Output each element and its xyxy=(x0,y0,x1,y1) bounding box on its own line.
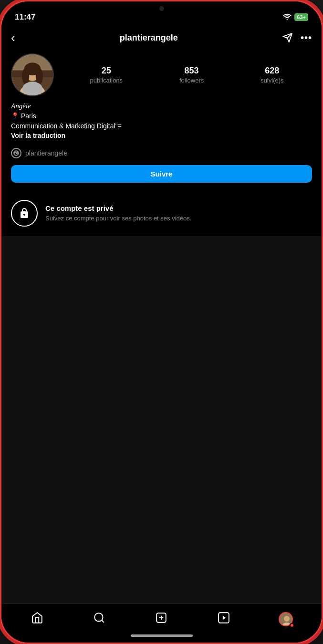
svg-line-12 xyxy=(102,620,104,623)
search-icon xyxy=(93,612,105,627)
send-icon[interactable] xyxy=(282,32,293,43)
phone-frame: 11:47 63+ ‹ plan xyxy=(0,0,323,644)
nav-home[interactable] xyxy=(25,610,49,629)
lock-circle xyxy=(11,200,38,227)
follow-button-container: Suivre xyxy=(1,163,322,190)
status-icons: 63+ xyxy=(283,13,308,21)
svg-point-9 xyxy=(36,68,43,84)
followers-count: 853 xyxy=(185,66,199,76)
profile-header: 25 publications 853 followers 628 suivi(… xyxy=(1,49,322,100)
translate-button[interactable]: Voir la traduction xyxy=(11,132,65,139)
profile-red-dot xyxy=(290,623,294,628)
reels-icon xyxy=(218,612,230,627)
bottom-nav xyxy=(1,603,322,632)
bio-section: Angèle 📍 Paris Communication & Marketing… xyxy=(1,100,322,144)
bio-description: Communication & Marketing Digital"= Voir… xyxy=(11,122,312,140)
private-notice: Ce compte est privé Suivez ce compte pou… xyxy=(1,190,322,236)
followers-label: followers xyxy=(179,77,204,84)
threads-icon xyxy=(11,148,21,158)
header-username: plantierangele xyxy=(120,33,178,43)
status-time: 11:47 xyxy=(15,12,35,22)
svg-marker-17 xyxy=(222,616,226,620)
following-count: 628 xyxy=(265,66,279,76)
stats-row: 25 publications 853 followers 628 suivi(… xyxy=(62,66,312,84)
home-bar xyxy=(131,634,193,637)
avatar-container xyxy=(11,53,54,96)
publications-label: publications xyxy=(90,77,123,84)
camera-dot xyxy=(159,6,164,11)
svg-point-10 xyxy=(22,82,42,95)
nav-profile[interactable] xyxy=(274,610,298,629)
private-title: Ce compte est privé xyxy=(45,204,191,212)
svg-point-19 xyxy=(284,616,290,622)
home-icon xyxy=(31,612,43,627)
notch xyxy=(131,1,193,16)
add-icon xyxy=(155,612,167,627)
app-content: ‹ plantierangele ••• xyxy=(1,28,322,603)
more-options-icon[interactable]: ••• xyxy=(301,32,312,43)
location-emoji: 📍 xyxy=(11,112,19,120)
phone-screen: 11:47 63+ ‹ plan xyxy=(1,1,322,643)
wifi-icon xyxy=(283,13,292,21)
private-subtitle: Suivez ce compte pour voir ses photos et… xyxy=(45,214,191,223)
location-city: Paris xyxy=(21,112,36,120)
top-nav: ‹ plantierangele ••• xyxy=(1,28,322,49)
bio-name: Angèle xyxy=(11,102,312,110)
avatar xyxy=(11,53,54,96)
private-text-block: Ce compte est privé Suivez ce compte pou… xyxy=(45,204,191,223)
followers-stat[interactable]: 853 followers xyxy=(179,66,204,84)
home-indicator xyxy=(1,632,322,643)
nav-actions: ••• xyxy=(282,32,312,43)
nav-search[interactable] xyxy=(87,610,111,629)
status-bar: 11:47 63+ xyxy=(1,1,322,28)
avatar-image xyxy=(12,53,53,96)
back-button[interactable]: ‹ xyxy=(11,31,15,44)
follow-button[interactable]: Suivre xyxy=(11,165,312,183)
following-label: suivi(e)s xyxy=(260,77,283,84)
svg-point-0 xyxy=(287,19,288,20)
dark-content-area xyxy=(1,236,322,603)
svg-point-11 xyxy=(95,613,103,621)
svg-point-8 xyxy=(22,68,29,84)
publications-stat[interactable]: 25 publications xyxy=(90,66,123,84)
following-stat[interactable]: 628 suivi(e)s xyxy=(260,66,283,84)
battery-indicator: 63+ xyxy=(294,13,308,21)
lock-icon xyxy=(19,208,30,219)
threads-link[interactable]: plantierangele xyxy=(1,144,322,163)
nav-reels[interactable] xyxy=(212,610,236,629)
publications-count: 25 xyxy=(102,66,111,76)
threads-username: plantierangele xyxy=(25,149,67,157)
nav-add[interactable] xyxy=(149,610,173,629)
bio-location: 📍 Paris xyxy=(11,112,312,120)
